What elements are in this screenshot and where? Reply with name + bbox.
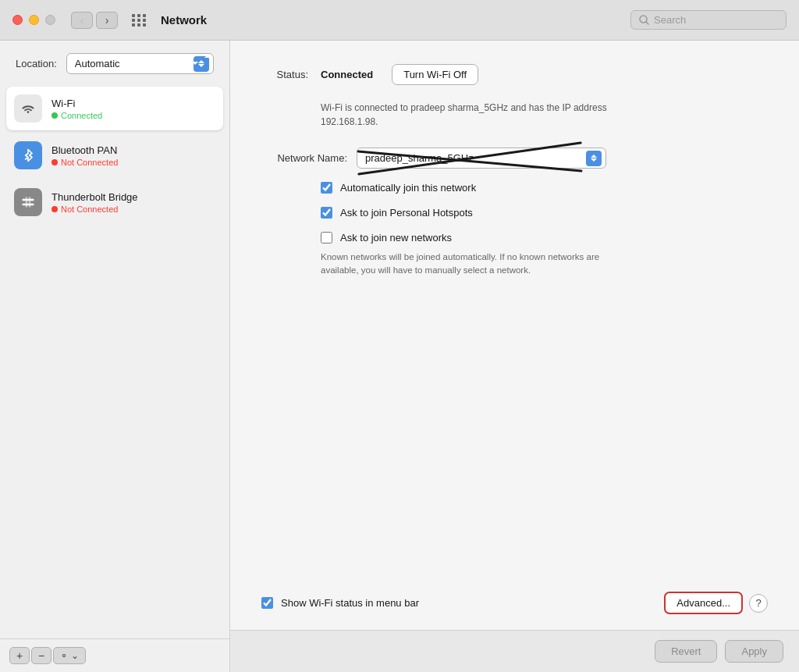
main-area: Location: Automatic	[0, 41, 799, 672]
thunderbolt-network-info: Thunderbolt Bridge Not Connected	[51, 191, 138, 214]
wifi-status-text: Connected	[61, 111, 102, 120]
auto-join-row: Automatically join this network	[321, 181, 768, 195]
network-list: Wi-Fi Connected Bluetooth PAN	[0, 87, 229, 638]
location-label: Location:	[16, 58, 57, 69]
personal-hotspot-row: Ask to join Personal Hotspots	[321, 206, 768, 220]
nav-buttons: ‹ ›	[71, 12, 118, 29]
status-row: Status: Connected Turn Wi-Fi Off	[261, 64, 768, 85]
bluetooth-status-dot	[51, 159, 58, 165]
svg-rect-2	[23, 199, 34, 201]
hint-text: Known networks will be joined automatica…	[321, 251, 602, 278]
svg-rect-4	[26, 197, 28, 207]
location-bar: Location: Automatic	[0, 53, 229, 87]
traffic-lights	[12, 15, 55, 25]
apply-button[interactable]: Apply	[725, 640, 783, 663]
forward-button[interactable]: ›	[96, 12, 118, 29]
status-description: Wi-Fi is connected to pradeep sharma_5GH…	[321, 101, 617, 129]
sidebar-item-thunderbolt[interactable]: Thunderbolt Bridge Not Connected	[6, 180, 223, 224]
new-networks-row: Ask to join new networks	[321, 231, 768, 245]
search-box[interactable]: Search	[630, 10, 787, 30]
bluetooth-status-text: Not Connected	[61, 158, 118, 167]
svg-rect-3	[23, 204, 34, 206]
wifi-network-info: Wi-Fi Connected	[51, 98, 102, 120]
new-networks-label[interactable]: Ask to join new networks	[340, 231, 452, 245]
auto-join-label[interactable]: Automatically join this network	[340, 181, 476, 195]
status-value: Connected	[321, 69, 373, 80]
search-placeholder: Search	[654, 14, 686, 26]
location-select[interactable]: Automatic	[66, 53, 214, 74]
action-network-button[interactable]: ⚬ ⌄	[53, 647, 86, 664]
revert-button[interactable]: Revert	[655, 640, 717, 663]
action-row: Revert Apply	[230, 630, 799, 672]
personal-hotspot-checkbox[interactable]	[321, 207, 332, 219]
minimize-button[interactable]	[29, 15, 39, 25]
network-name-row: Network Name:	[261, 148, 768, 169]
network-name-label: Network Name:	[261, 152, 347, 164]
svg-line-1	[646, 22, 648, 24]
advanced-button[interactable]: Advanced...	[664, 592, 743, 614]
wifi-name: Wi-Fi	[51, 98, 102, 109]
sidebar-toolbar: + − ⚬ ⌄	[0, 638, 229, 672]
bottom-bar: Show Wi-Fi status in menu bar Advanced..…	[261, 579, 768, 614]
show-wifi-checkbox[interactable]	[261, 597, 273, 609]
new-networks-checkbox[interactable]	[321, 232, 332, 244]
bluetooth-network-icon	[14, 141, 42, 169]
status-label: Status:	[261, 69, 308, 80]
wifi-status-dot	[51, 112, 58, 119]
wifi-network-icon	[14, 94, 42, 123]
thunderbolt-network-icon	[14, 188, 42, 216]
help-button[interactable]: ?	[749, 594, 768, 613]
auto-join-checkbox[interactable]	[321, 182, 332, 194]
back-button[interactable]: ‹	[71, 12, 93, 29]
content-inner: Status: Connected Turn Wi-Fi Off Wi-Fi i…	[261, 64, 768, 579]
add-network-button[interactable]: +	[9, 647, 30, 664]
thunderbolt-name: Thunderbolt Bridge	[51, 191, 138, 203]
network-name-input[interactable]	[357, 148, 606, 169]
thunderbolt-status-text: Not Connected	[61, 204, 118, 214]
sidebar-item-wifi[interactable]: Wi-Fi Connected	[6, 87, 223, 130]
thunderbolt-status-dot	[51, 206, 58, 212]
thunderbolt-status: Not Connected	[51, 204, 138, 214]
location-select-wrapper: Automatic	[66, 53, 214, 74]
sidebar-item-bluetooth[interactable]: Bluetooth PAN Not Connected	[6, 133, 223, 177]
show-wifi-label[interactable]: Show Wi-Fi status in menu bar	[281, 597, 419, 609]
network-name-input-wrapper	[357, 148, 606, 169]
chevron-down-icon: ⌄	[71, 650, 79, 661]
action-icon: ⚬	[60, 650, 68, 661]
show-wifi-row: Show Wi-Fi status in menu bar	[261, 597, 419, 609]
remove-network-button[interactable]: −	[31, 647, 51, 664]
turn-wifi-off-button[interactable]: Turn Wi-Fi Off	[392, 64, 478, 85]
svg-rect-5	[29, 197, 31, 207]
personal-hotspot-label[interactable]: Ask to join Personal Hotspots	[340, 206, 473, 220]
bottom-right: Advanced... ?	[664, 592, 768, 614]
fullscreen-button[interactable]	[45, 15, 55, 25]
titlebar: ‹ › Network Search	[0, 0, 799, 41]
bluetooth-status: Not Connected	[51, 158, 118, 167]
grid-icon[interactable]	[132, 14, 147, 27]
window-title: Network	[161, 13, 621, 27]
bluetooth-network-info: Bluetooth PAN Not Connected	[51, 144, 118, 167]
wifi-status: Connected	[51, 111, 102, 120]
content-panel: Status: Connected Turn Wi-Fi Off Wi-Fi i…	[230, 41, 799, 630]
sidebar: Location: Automatic	[0, 41, 230, 672]
bluetooth-name: Bluetooth PAN	[51, 144, 118, 156]
search-icon	[639, 15, 649, 25]
close-button[interactable]	[12, 15, 23, 25]
network-select-arrow-icon	[586, 151, 602, 166]
